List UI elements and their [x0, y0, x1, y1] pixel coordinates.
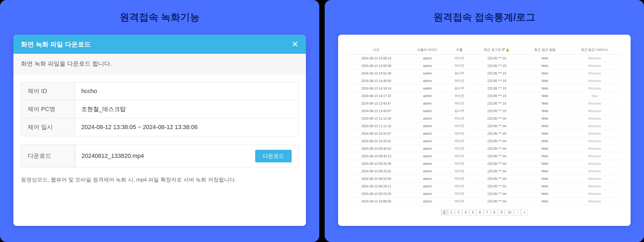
- log-card: 시간 사용자 아이디 이름 최근 로그인 IP🔒 최근 접근 방법 최근 접근 …: [338, 35, 631, 226]
- log-cell: Web: [523, 55, 567, 62]
- log-cell: Windows: [567, 175, 623, 183]
- close-icon[interactable]: ✕: [292, 40, 298, 49]
- log-row: 2024-08-13 14:17:22admin어드민220.85.***.15…: [346, 92, 623, 100]
- log-row: 2024-08-13 10:20:41admin어드민220.85.***.44…: [346, 137, 623, 145]
- log-cell: Web: [523, 137, 567, 145]
- log-cell: 김시우: [448, 70, 471, 77]
- log-row: 2024-08-13 10:22:07admin어드민220.85.***.44…: [346, 130, 623, 137]
- control-time-label: 제어 일시: [21, 118, 75, 136]
- log-cell: Web: [523, 100, 567, 107]
- log-cell: 220.85.***.44: [471, 130, 523, 137]
- log-cell: Windows: [567, 77, 623, 85]
- log-cell: Windows: [567, 115, 623, 122]
- log-cell: 2024-08-13 08:26:11: [346, 183, 406, 190]
- page-number[interactable]: 2: [448, 209, 455, 215]
- log-cell: Windows: [567, 168, 623, 175]
- log-cell: 2024-08-13 10:20:41: [346, 137, 406, 145]
- log-cell: 2024-08-13 08:53:50: [346, 175, 406, 183]
- log-cell: Web: [523, 92, 567, 100]
- col-name: 이름: [448, 45, 471, 55]
- log-cell: Windows: [567, 62, 623, 70]
- log-cell: Windows: [567, 107, 623, 115]
- page-number[interactable]: 1: [441, 209, 448, 215]
- log-cell: 어드민: [448, 55, 471, 62]
- log-row: 2024-08-13 14:45:00admin어드민220.85.***.15…: [346, 77, 623, 85]
- log-row: 2024-08-13 09:25:01admin어드민220.85.***.44…: [346, 168, 623, 175]
- info-table: 제어 ID hccho 제어 PC명 조현철_데스크탑 제어 일시 2024-0…: [21, 82, 298, 136]
- log-cell: admin: [406, 190, 448, 198]
- log-cell: 220.85.***.44: [471, 137, 523, 145]
- dialog-subtitle: 화면 녹화 파일을 다운로드 합니다.: [13, 54, 306, 74]
- page-number[interactable]: 8: [491, 209, 498, 215]
- log-cell: Web: [523, 198, 567, 205]
- log-cell: 220.85.***.15: [471, 77, 523, 85]
- log-cell: 어드민: [448, 92, 471, 100]
- log-cell: 어드민: [448, 168, 471, 175]
- table-row: 제어 ID hccho: [21, 82, 298, 100]
- page-next-icon[interactable]: ›: [514, 209, 521, 215]
- log-cell: admin: [406, 183, 448, 190]
- table-row: 제어 PC명 조현철_데스크탑: [21, 100, 298, 118]
- log-cell: admin: [406, 130, 448, 137]
- log-cell: Web: [523, 160, 567, 168]
- log-cell: 2024-08-12 16:58:50: [346, 198, 406, 205]
- log-cell: 2024-08-13 09:40:13: [346, 152, 406, 160]
- log-cell: Windows: [567, 190, 623, 198]
- log-cell: 어드민: [448, 62, 471, 70]
- page-number[interactable]: 3: [455, 209, 462, 215]
- log-cell: swkim: [406, 70, 448, 77]
- log-cell: 김시우: [448, 85, 471, 92]
- log-cell: Windows: [567, 198, 623, 205]
- log-row: 2024-08-13 09:40:52admin어드민220.85.***.44…: [346, 145, 623, 152]
- log-cell: 220.85.***.15: [471, 55, 523, 62]
- footer-note: 동영상모드, 웹뷰어 및 모바일 원격제어 녹화 시, mp4 파일 확장자로 …: [21, 176, 298, 184]
- log-cell: 220.85.***.15: [471, 85, 523, 92]
- control-time-value: 2024-08-12 13:38:05 ~ 2024-08-12 13:38:0…: [75, 118, 298, 136]
- control-id-value: hccho: [75, 82, 298, 100]
- log-cell: 220.85.***.15: [471, 70, 523, 77]
- log-cell: Web: [523, 168, 567, 175]
- log-cell: 어드민: [448, 137, 471, 145]
- log-cell: 220.85.***.15: [471, 92, 523, 100]
- log-cell: 220.85.***.53: [471, 183, 523, 190]
- log-cell: 220.85.***.15: [471, 107, 523, 115]
- download-filename: 20240812_133820.mp4: [82, 152, 144, 159]
- log-cell: 어드민: [448, 130, 471, 137]
- log-cell: 2024-08-13 08:23:26: [346, 190, 406, 198]
- page-next-icon[interactable]: »: [521, 209, 528, 215]
- col-userid: 사용자 아이디: [406, 45, 448, 55]
- log-cell: Windows: [567, 183, 623, 190]
- log-table: 시간 사용자 아이디 이름 최근 로그인 IP🔒 최근 접근 방법 최근 접근 …: [346, 45, 623, 205]
- download-dialog: 화면 녹화 파일 다운로드 ✕ 화면 녹화 파일을 다운로드 합니다. 제어 I…: [13, 35, 306, 226]
- col-ip: 최근 로그인 IP🔒: [471, 45, 523, 55]
- log-cell: Windows: [567, 152, 623, 160]
- pagination: 12345678910›»: [346, 209, 623, 215]
- page-number[interactable]: 9: [498, 209, 505, 215]
- log-cell: 220.85.***.44: [471, 198, 523, 205]
- log-cell: Web: [523, 175, 567, 183]
- page-number[interactable]: 10: [505, 209, 514, 215]
- log-cell: Windows: [567, 130, 623, 137]
- log-cell: 2024-08-13 09:25:01: [346, 168, 406, 175]
- page-number[interactable]: 5: [470, 209, 476, 215]
- log-cell: 어드민: [448, 160, 471, 168]
- log-cell: Web: [523, 190, 567, 198]
- log-row: 2024-08-13 14:18:14swkim김시우220.85.***.15…: [346, 85, 623, 92]
- log-row: 2024-08-13 14:55:56admin어드민220.85.***.15…: [346, 62, 623, 70]
- log-cell: 2024-08-13 14:45:00: [346, 77, 406, 85]
- log-row: 2024-08-13 09:40:13admin어드민220.85.***.44…: [346, 152, 623, 160]
- log-cell: Windows: [567, 70, 623, 77]
- log-cell: 어드민: [448, 122, 471, 130]
- log-cell: 2024-08-13 14:51:48: [346, 70, 406, 77]
- page-number[interactable]: 4: [462, 209, 469, 215]
- page-number[interactable]: 6: [477, 209, 483, 215]
- log-cell: Mac: [567, 92, 623, 100]
- log-cell: Web: [523, 183, 567, 190]
- page-number[interactable]: 7: [484, 209, 491, 215]
- download-button[interactable]: 다운로드: [255, 150, 292, 162]
- log-cell: Windows: [567, 122, 623, 130]
- log-title: 원격접속 접속통계/로그: [338, 11, 631, 24]
- download-table: 다운로드 20240812_133820.mp4 다운로드: [21, 144, 298, 168]
- log-cell: 2024-08-13 13:43:07: [346, 107, 406, 115]
- log-cell: admin: [406, 145, 448, 152]
